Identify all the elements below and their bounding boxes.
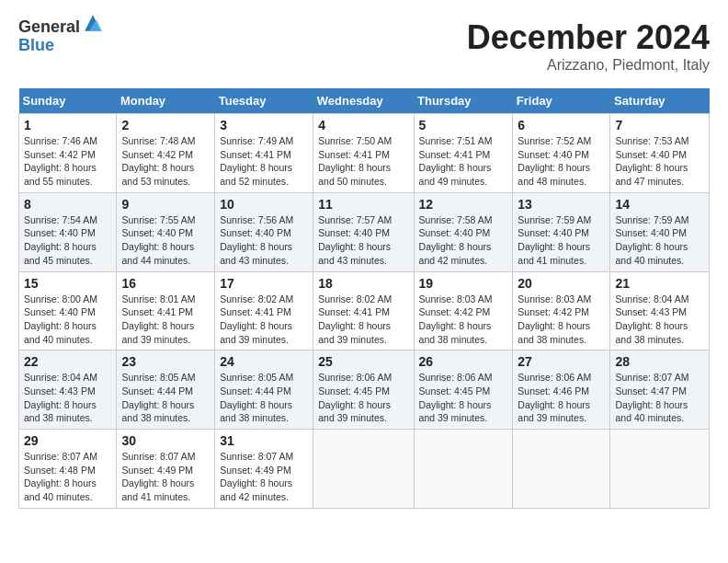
day-info: Sunrise: 7:50 AM Sunset: 4:41 PM Dayligh… — [318, 134, 408, 189]
day-cell: 30 Sunrise: 8:07 AM Sunset: 4:49 PM Dayl… — [117, 430, 215, 509]
day-cell: 10 Sunrise: 7:56 AM Sunset: 4:40 PM Dayl… — [215, 192, 313, 271]
day-cell: 8 Sunrise: 7:54 AM Sunset: 4:40 PM Dayli… — [19, 192, 117, 271]
day-info: Sunrise: 8:00 AM Sunset: 4:40 PM Dayligh… — [24, 293, 111, 347]
day-cell: 21 Sunrise: 8:04 AM Sunset: 4:43 PM Dayl… — [610, 271, 710, 350]
page-header: General Blue December 2024 Arizzano, Pie… — [18, 18, 710, 74]
day-info: Sunrise: 7:48 AM Sunset: 4:42 PM Dayligh… — [121, 134, 210, 189]
day-number: 12 — [419, 197, 508, 212]
day-info: Sunrise: 8:07 AM Sunset: 4:47 PM Dayligh… — [615, 371, 704, 425]
day-number: 24 — [220, 354, 308, 369]
day-cell: 2 Sunrise: 7:48 AM Sunset: 4:42 PM Dayli… — [117, 114, 215, 193]
logo-text: General Blue — [18, 18, 104, 55]
month-title: December 2024 — [467, 18, 710, 57]
day-cell: 1 Sunrise: 7:46 AM Sunset: 4:42 PM Dayli… — [19, 114, 117, 193]
logo-general: General — [18, 18, 80, 37]
day-info: Sunrise: 8:03 AM Sunset: 4:42 PM Dayligh… — [518, 293, 605, 347]
col-header-saturday: Saturday — [610, 88, 710, 114]
day-info: Sunrise: 8:03 AM Sunset: 4:42 PM Dayligh… — [419, 293, 508, 347]
day-cell: 16 Sunrise: 8:01 AM Sunset: 4:41 PM Dayl… — [117, 271, 215, 350]
day-number: 2 — [121, 118, 210, 132]
day-number: 26 — [419, 354, 508, 369]
day-info: Sunrise: 7:55 AM Sunset: 4:40 PM Dayligh… — [121, 213, 210, 268]
day-cell: 19 Sunrise: 8:03 AM Sunset: 4:42 PM Dayl… — [414, 271, 513, 350]
day-info: Sunrise: 7:46 AM Sunset: 4:42 PM Dayligh… — [24, 134, 111, 189]
day-number: 6 — [518, 118, 605, 132]
day-number: 9 — [121, 197, 210, 212]
day-cell: 18 Sunrise: 8:02 AM Sunset: 4:41 PM Dayl… — [313, 271, 414, 350]
col-header-sunday: Sunday — [19, 88, 117, 114]
day-number: 7 — [615, 118, 704, 132]
title-section: December 2024 Arizzano, Piedmont, Italy — [467, 18, 710, 74]
day-info: Sunrise: 7:54 AM Sunset: 4:40 PM Dayligh… — [24, 213, 111, 268]
logo: General Blue — [18, 18, 104, 55]
day-info: Sunrise: 8:04 AM Sunset: 4:43 PM Dayligh… — [24, 371, 111, 425]
header-row: SundayMondayTuesdayWednesdayThursdayFrid… — [19, 88, 710, 114]
week-row-2: 8 Sunrise: 7:54 AM Sunset: 4:40 PM Dayli… — [19, 192, 710, 271]
day-number: 3 — [220, 118, 308, 132]
week-row-3: 15 Sunrise: 8:00 AM Sunset: 4:40 PM Dayl… — [19, 271, 710, 350]
day-cell: 6 Sunrise: 7:52 AM Sunset: 4:40 PM Dayli… — [513, 114, 610, 193]
day-number: 18 — [318, 276, 408, 291]
day-cell — [414, 430, 513, 509]
day-cell: 7 Sunrise: 7:53 AM Sunset: 4:40 PM Dayli… — [610, 114, 710, 193]
day-number: 30 — [121, 433, 210, 448]
day-cell: 25 Sunrise: 8:06 AM Sunset: 4:45 PM Dayl… — [313, 350, 414, 430]
day-number: 16 — [121, 276, 210, 291]
day-info: Sunrise: 7:58 AM Sunset: 4:40 PM Dayligh… — [419, 213, 508, 268]
day-info: Sunrise: 8:05 AM Sunset: 4:44 PM Dayligh… — [121, 371, 210, 425]
day-cell: 4 Sunrise: 7:50 AM Sunset: 4:41 PM Dayli… — [313, 114, 414, 193]
day-number: 28 — [615, 354, 704, 369]
day-number: 20 — [518, 276, 605, 291]
day-info: Sunrise: 8:02 AM Sunset: 4:41 PM Dayligh… — [220, 293, 308, 347]
day-cell: 27 Sunrise: 8:06 AM Sunset: 4:46 PM Dayl… — [513, 350, 610, 430]
day-info: Sunrise: 8:01 AM Sunset: 4:41 PM Dayligh… — [121, 293, 210, 347]
day-cell: 22 Sunrise: 8:04 AM Sunset: 4:43 PM Dayl… — [19, 350, 117, 430]
day-info: Sunrise: 8:06 AM Sunset: 4:45 PM Dayligh… — [318, 371, 408, 425]
day-info: Sunrise: 7:57 AM Sunset: 4:40 PM Dayligh… — [318, 213, 408, 268]
day-cell: 5 Sunrise: 7:51 AM Sunset: 4:41 PM Dayli… — [414, 114, 513, 193]
day-info: Sunrise: 8:06 AM Sunset: 4:45 PM Dayligh… — [419, 371, 508, 425]
logo-blue: Blue — [18, 37, 104, 55]
day-cell: 29 Sunrise: 8:07 AM Sunset: 4:48 PM Dayl… — [19, 430, 117, 509]
day-cell — [513, 430, 610, 509]
day-number: 27 — [518, 354, 605, 369]
col-header-monday: Monday — [117, 88, 215, 114]
day-number: 1 — [24, 118, 111, 132]
day-number: 13 — [518, 197, 605, 212]
day-cell: 24 Sunrise: 8:05 AM Sunset: 4:44 PM Dayl… — [215, 350, 313, 430]
day-number: 23 — [121, 354, 210, 369]
day-number: 14 — [615, 197, 704, 212]
day-cell: 12 Sunrise: 7:58 AM Sunset: 4:40 PM Dayl… — [414, 192, 513, 271]
week-row-5: 29 Sunrise: 8:07 AM Sunset: 4:48 PM Dayl… — [19, 430, 710, 509]
day-number: 4 — [318, 118, 408, 132]
day-info: Sunrise: 8:07 AM Sunset: 4:49 PM Dayligh… — [220, 450, 308, 504]
day-cell: 28 Sunrise: 8:07 AM Sunset: 4:47 PM Dayl… — [610, 350, 710, 430]
day-info: Sunrise: 8:05 AM Sunset: 4:44 PM Dayligh… — [220, 371, 308, 425]
day-number: 22 — [24, 354, 111, 369]
col-header-tuesday: Tuesday — [215, 88, 313, 114]
calendar: SundayMondayTuesdayWednesdayThursdayFrid… — [18, 88, 710, 509]
day-number: 15 — [24, 276, 111, 291]
day-info: Sunrise: 8:02 AM Sunset: 4:41 PM Dayligh… — [318, 293, 408, 347]
location: Arizzano, Piedmont, Italy — [467, 57, 710, 74]
day-cell: 13 Sunrise: 7:59 AM Sunset: 4:40 PM Dayl… — [513, 192, 610, 271]
week-row-4: 22 Sunrise: 8:04 AM Sunset: 4:43 PM Dayl… — [19, 350, 710, 430]
day-number: 25 — [318, 354, 408, 369]
day-cell: 15 Sunrise: 8:00 AM Sunset: 4:40 PM Dayl… — [19, 271, 117, 350]
col-header-friday: Friday — [513, 88, 610, 114]
day-number: 31 — [220, 433, 308, 448]
calendar-header: SundayMondayTuesdayWednesdayThursdayFrid… — [19, 88, 710, 114]
day-cell: 23 Sunrise: 8:05 AM Sunset: 4:44 PM Dayl… — [117, 350, 215, 430]
day-info: Sunrise: 8:06 AM Sunset: 4:46 PM Dayligh… — [518, 371, 605, 425]
day-cell: 11 Sunrise: 7:57 AM Sunset: 4:40 PM Dayl… — [313, 192, 414, 271]
day-info: Sunrise: 7:52 AM Sunset: 4:40 PM Dayligh… — [518, 134, 605, 189]
day-number: 19 — [419, 276, 508, 291]
day-info: Sunrise: 8:07 AM Sunset: 4:49 PM Dayligh… — [121, 450, 210, 504]
week-row-1: 1 Sunrise: 7:46 AM Sunset: 4:42 PM Dayli… — [19, 114, 710, 193]
col-header-thursday: Thursday — [414, 88, 513, 114]
day-number: 21 — [615, 276, 704, 291]
calendar-body: 1 Sunrise: 7:46 AM Sunset: 4:42 PM Dayli… — [19, 114, 710, 509]
day-info: Sunrise: 8:04 AM Sunset: 4:43 PM Dayligh… — [615, 293, 704, 347]
day-info: Sunrise: 7:49 AM Sunset: 4:41 PM Dayligh… — [220, 134, 308, 189]
col-header-wednesday: Wednesday — [313, 88, 414, 114]
